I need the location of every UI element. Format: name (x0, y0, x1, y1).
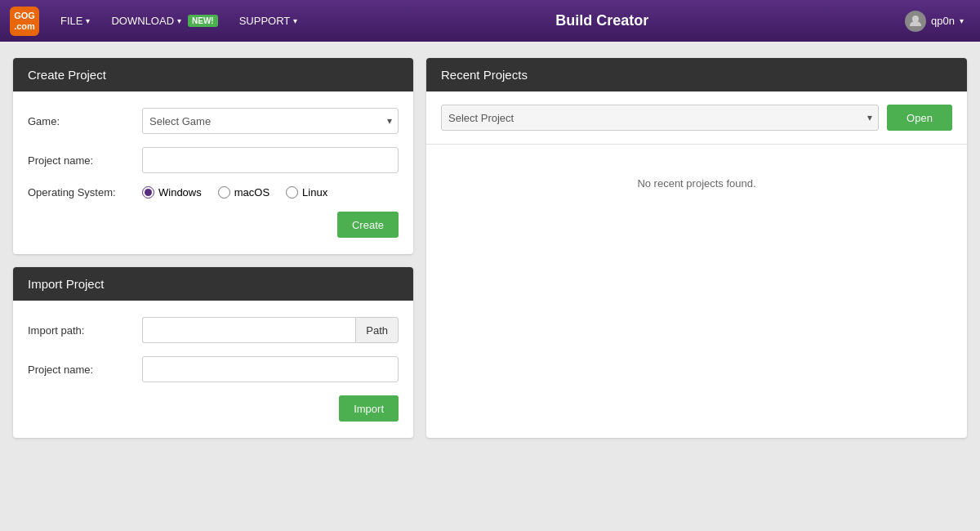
os-windows-radio[interactable] (142, 186, 154, 199)
project-name-input[interactable] (142, 147, 399, 173)
create-button[interactable]: Create (337, 212, 399, 238)
menu-support[interactable]: SUPPORT ▾ (231, 10, 306, 32)
import-project-name-row: Project name: (28, 356, 399, 382)
import-button[interactable]: Import (339, 395, 399, 422)
import-path-input[interactable] (142, 317, 355, 343)
gog-logo[interactable]: GOG.com (10, 7, 39, 36)
open-button[interactable]: Open (887, 105, 952, 131)
app-title: Build Creator (305, 12, 898, 29)
import-project-header: Import Project (13, 267, 413, 301)
game-select-wrapper: Select Game (142, 108, 399, 134)
create-button-row: Create (28, 212, 399, 238)
left-panel: Create Project Game: Select Game Project… (13, 58, 413, 438)
recent-projects-card: Recent Projects Select Project Open No r… (426, 58, 967, 438)
username: qp0n (931, 15, 955, 27)
import-project-body: Import path: Path Project name: Import (13, 301, 413, 438)
game-select[interactable]: Select Game (142, 108, 399, 134)
game-row: Game: Select Game (28, 108, 399, 134)
os-row: Operating System: Windows macOS Linux (28, 186, 399, 199)
recent-select-wrapper: Select Project (441, 105, 879, 131)
import-path-row: Import path: Path (28, 317, 399, 343)
os-radio-group: Windows macOS Linux (142, 186, 327, 199)
os-linux-radio[interactable] (286, 186, 298, 199)
recent-projects-header: Recent Projects (426, 58, 967, 91)
user-menu[interactable]: qp0n ▾ (898, 7, 970, 35)
topnav-menu: FILE ▾ DOWNLOAD ▾ NEW! SUPPORT ▾ (52, 10, 305, 32)
menu-file[interactable]: FILE ▾ (52, 10, 98, 32)
create-project-body: Game: Select Game Project name: Operat (13, 91, 413, 254)
svg-point-0 (912, 16, 919, 22)
os-windows-option[interactable]: Windows (142, 186, 202, 199)
create-project-header: Create Project (13, 58, 413, 91)
new-badge: NEW! (188, 15, 218, 27)
import-project-name-input[interactable] (142, 356, 399, 382)
os-linux-option[interactable]: Linux (286, 186, 327, 199)
project-name-row: Project name: (28, 147, 399, 173)
import-button-row: Import (28, 395, 399, 422)
os-macos-option[interactable]: macOS (218, 186, 270, 199)
main-content: Create Project Game: Select Game Project… (0, 42, 980, 454)
recent-project-select[interactable]: Select Project (441, 105, 879, 131)
right-panel: Recent Projects Select Project Open No r… (426, 58, 967, 438)
import-path-label: Import path: (28, 324, 142, 337)
user-avatar-icon (905, 11, 926, 32)
project-name-label: Project name: (28, 154, 142, 167)
recent-select-row: Select Project Open (426, 91, 967, 145)
chevron-down-icon: ▾ (177, 16, 181, 25)
os-macos-radio[interactable] (218, 186, 230, 199)
create-project-card: Create Project Game: Select Game Project… (13, 58, 413, 254)
path-button[interactable]: Path (355, 317, 399, 343)
menu-download[interactable]: DOWNLOAD ▾ NEW! (103, 10, 225, 32)
os-label: Operating System: (28, 186, 142, 199)
chevron-down-icon: ▾ (86, 16, 90, 25)
import-project-name-label: Project name: (28, 364, 142, 376)
user-chevron-icon: ▾ (960, 16, 964, 25)
no-recent-message: No recent projects found. (426, 145, 967, 222)
topnav: GOG.com FILE ▾ DOWNLOAD ▾ NEW! SUPPORT ▾… (0, 0, 980, 42)
game-label: Game: (28, 115, 142, 127)
chevron-down-icon: ▾ (293, 16, 297, 25)
import-path-input-group: Path (142, 317, 399, 343)
import-project-card: Import Project Import path: Path Project… (13, 267, 413, 438)
